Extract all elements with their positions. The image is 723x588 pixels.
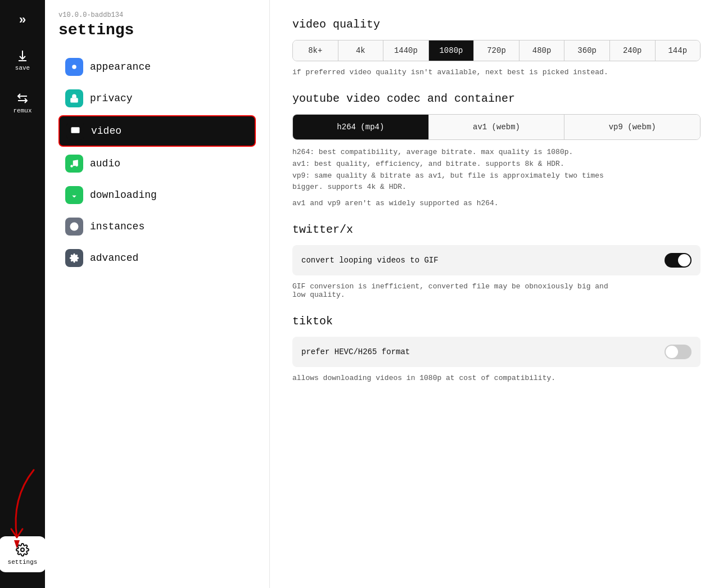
- quality-1440p[interactable]: 1440p: [383, 40, 429, 61]
- tiktok-toggle[interactable]: [665, 345, 692, 359]
- quality-240p[interactable]: 240p: [610, 40, 656, 61]
- nav-item-privacy[interactable]: privacy: [58, 84, 256, 113]
- privacy-icon: [65, 89, 83, 107]
- codec-bar: h264 (mp4) av1 (webm) vp9 (webm): [292, 114, 701, 140]
- nav-item-appearance[interactable]: appearance: [58, 52, 256, 82]
- codec-av1[interactable]: av1 (webm): [429, 115, 565, 139]
- quality-480p[interactable]: 480p: [519, 40, 565, 61]
- quality-144p[interactable]: 144p: [656, 40, 701, 61]
- tiktok-toggle-thumb: [666, 346, 678, 358]
- tiktok-toggle-row: prefer HEVC/H265 format: [292, 337, 701, 367]
- downloading-icon: [65, 186, 83, 204]
- quality-1080p[interactable]: 1080p: [429, 40, 475, 61]
- video-label: video: [91, 125, 121, 137]
- tiktok-title: tiktok: [292, 315, 701, 328]
- svg-point-7: [70, 165, 73, 168]
- twitter-toggle-label: convert looping videos to GIF: [301, 256, 439, 265]
- nav-item-audio[interactable]: audio: [58, 149, 256, 178]
- twitter-toggle-hint: GIF conversion is inefficient, converted…: [292, 282, 701, 299]
- remux-label: remux: [13, 107, 31, 114]
- downloading-label: downloading: [90, 189, 157, 201]
- advanced-label: advanced: [90, 252, 138, 264]
- svg-rect-3: [70, 98, 78, 102]
- nav-item-advanced[interactable]: advanced: [58, 243, 256, 273]
- codec-description: h264: best compatibility, average bitrat…: [292, 147, 701, 193]
- main-content: video quality 8k+ 4k 1440p 1080p 720p 48…: [270, 0, 723, 588]
- settings-title: settings: [58, 21, 256, 39]
- nav-item-video[interactable]: video: [58, 115, 256, 147]
- settings-panel: v10.0.0-baddb134 settings appearance pri…: [45, 0, 270, 588]
- twitter-toggle[interactable]: [665, 253, 692, 268]
- advanced-icon: [65, 249, 83, 267]
- appearance-label: appearance: [90, 61, 151, 73]
- quality-360p[interactable]: 360p: [564, 40, 610, 61]
- privacy-label: privacy: [90, 93, 133, 104]
- twitter-title: twitter/x: [292, 223, 701, 236]
- quality-hint: if preferred video quality isn't availab…: [292, 68, 701, 76]
- codec-vp9[interactable]: vp9 (webm): [564, 115, 700, 139]
- audio-icon: [65, 155, 83, 173]
- tiktok-toggle-hint: allows downloading videos in 1080p at co…: [292, 374, 701, 382]
- codec-title: youtube video codec and container: [292, 92, 701, 105]
- save-button[interactable]: save: [12, 46, 33, 75]
- version-tag: v10.0.0-baddb134: [58, 11, 256, 19]
- quality-4k[interactable]: 4k: [338, 40, 384, 61]
- codec-note: av1 and vp9 aren't as widely supported a…: [292, 199, 701, 207]
- quality-bar: 8k+ 4k 1440p 1080p 720p 480p 360p 240p 1…: [292, 40, 701, 61]
- remux-button[interactable]: remux: [10, 88, 35, 117]
- instances-label: instances: [90, 221, 144, 232]
- settings-bottom-label: settings: [8, 559, 38, 566]
- codec-h264[interactable]: h264 (mp4): [293, 115, 429, 139]
- audio-label: audio: [90, 158, 120, 169]
- svg-point-2: [72, 65, 76, 69]
- nav-item-downloading[interactable]: downloading: [58, 180, 256, 210]
- appearance-icon: [65, 58, 83, 76]
- twitter-toggle-row: convert looping videos to GIF: [292, 245, 701, 275]
- twitter-toggle-thumb: [678, 254, 690, 266]
- logo-icon: »: [19, 13, 26, 28]
- icon-bar: » save remux: [0, 0, 45, 588]
- video-quality-title: video quality: [292, 18, 701, 31]
- quality-720p[interactable]: 720p: [474, 40, 519, 61]
- quality-8k[interactable]: 8k+: [293, 40, 338, 61]
- svg-point-8: [75, 164, 78, 167]
- svg-point-1: [21, 548, 24, 551]
- settings-bottom-button[interactable]: settings: [0, 536, 46, 572]
- svg-rect-4: [71, 127, 80, 133]
- video-icon: [66, 122, 84, 140]
- nav-item-instances[interactable]: instances: [58, 212, 256, 241]
- tiktok-toggle-label: prefer HEVC/H265 format: [301, 347, 410, 356]
- instances-icon: [65, 218, 83, 236]
- save-label: save: [15, 65, 30, 71]
